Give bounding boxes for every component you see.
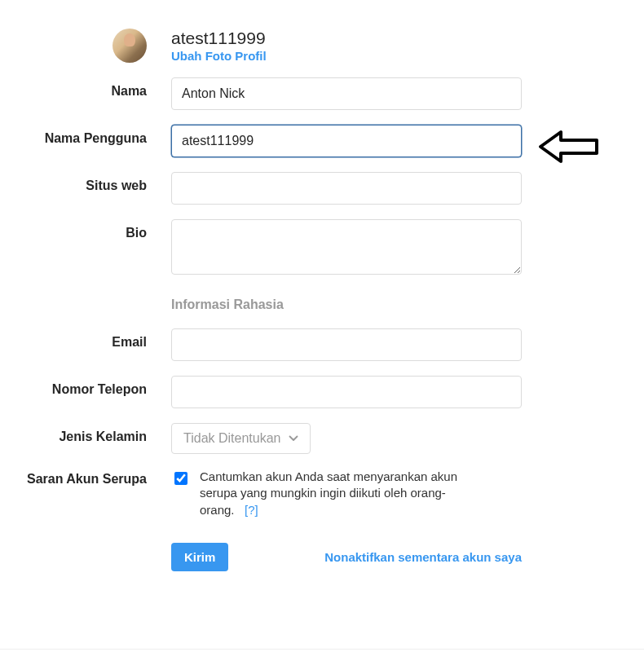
username-label: Nama Pengguna [0, 125, 171, 146]
arrow-left-icon [538, 128, 599, 165]
submit-button[interactable]: Kirim [171, 543, 228, 571]
phone-label: Nomor Telepon [0, 376, 171, 397]
avatar[interactable] [112, 29, 147, 63]
change-photo-link[interactable]: Ubah Foto Profil [171, 49, 522, 63]
divider [0, 649, 644, 650]
name-label: Nama [0, 77, 171, 99]
website-input[interactable] [171, 172, 522, 205]
similar-accounts-checkbox[interactable] [174, 472, 187, 485]
bio-textarea[interactable] [171, 219, 522, 275]
deactivate-account-link[interactable]: Nonaktifkan sementara akun saya [324, 550, 522, 564]
bio-label: Bio [0, 219, 171, 240]
email-label: Email [0, 328, 171, 350]
website-label: Situs web [0, 172, 171, 193]
phone-input[interactable] [171, 376, 522, 408]
name-input[interactable] [171, 77, 522, 110]
username-input[interactable] [171, 125, 522, 157]
similar-accounts-description: Cantumkan akun Anda saat menyarankan aku… [200, 469, 469, 518]
similar-accounts-label: Saran Akun Serupa [0, 472, 147, 487]
email-input[interactable] [171, 328, 522, 361]
similar-accounts-help-link[interactable]: [?] [245, 503, 258, 517]
gender-label: Jenis Kelamin [0, 423, 171, 444]
profile-username-title: atest111999 [171, 29, 522, 47]
gender-select[interactable]: Tidak Ditentukan [171, 423, 311, 454]
private-info-heading: Informasi Rahasia [171, 293, 522, 314]
gender-selected-value: Tidak Ditentukan [183, 431, 280, 446]
chevron-down-icon [289, 434, 298, 443]
